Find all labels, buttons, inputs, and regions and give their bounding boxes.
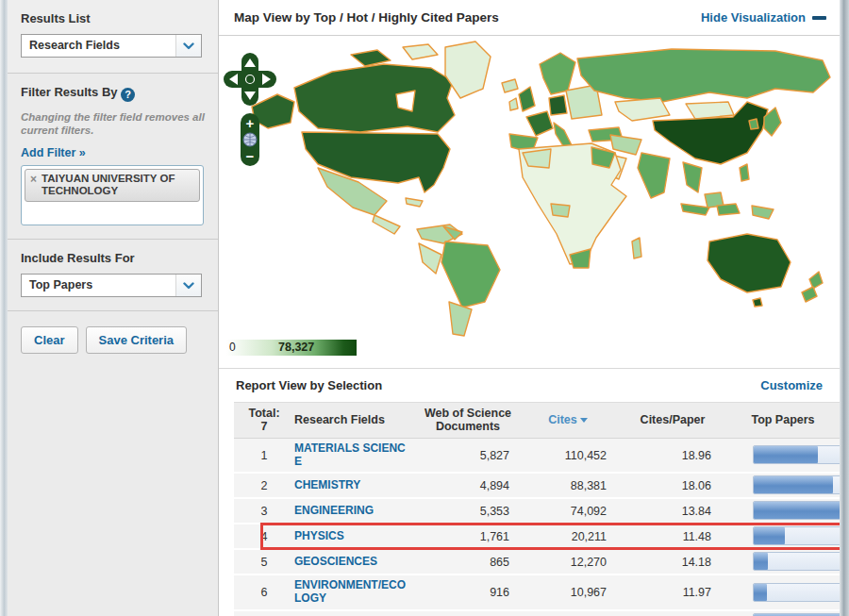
row-cites-paper: 11.48 <box>619 526 726 547</box>
include-results-section: Include Results For Top Papers <box>8 240 218 311</box>
table-header-row: Total: 7 Research Fields Web of Science … <box>234 402 840 439</box>
row-docs: 916 <box>419 582 517 603</box>
remove-filter-icon[interactable]: × <box>30 173 37 186</box>
row-cites-paper: 14.18 <box>619 552 726 573</box>
filter-note: Changing the filter field removes all cu… <box>21 110 205 138</box>
row-rank: 2 <box>234 475 294 496</box>
filter-tag-label: TAIYUAN UNIVERSITY OF TECHNOLOGY <box>42 173 194 197</box>
hide-visualization-link[interactable]: Hide Visualization <box>701 10 826 25</box>
row-cites: 88,381 <box>517 475 619 496</box>
chevron-down-icon <box>175 35 201 57</box>
map-country <box>802 287 817 302</box>
row-docs: 21,899 <box>419 612 517 616</box>
row-docs: 865 <box>419 552 517 573</box>
row-cites: 338,807 <box>517 612 619 616</box>
total-count: 7 <box>234 420 294 433</box>
map-legend: 0 78,327 <box>219 340 840 368</box>
results-list-section: Results List Research Fields <box>8 0 218 74</box>
zoom-in-icon[interactable]: + <box>246 115 255 131</box>
top-papers-bar: 39 <box>753 445 849 464</box>
page: Results List Research Fields Filter Resu… <box>0 0 849 616</box>
map-country <box>717 204 740 215</box>
map-country <box>683 162 702 192</box>
map-zoom-control[interactable]: + − <box>241 113 259 166</box>
table-row: 1 MATERIALS SCIENCE 5,827 110,452 18.96 … <box>234 439 840 474</box>
map-country <box>509 98 518 110</box>
save-criteria-button[interactable]: Save Criteria <box>86 326 188 354</box>
top-papers-bar: 63 <box>753 501 849 520</box>
row-rank: 6 <box>234 582 294 603</box>
table-row: 6 ENVIRONMENT/ECOLOGY 916 10,967 11.97 8 <box>234 575 840 611</box>
active-filters-box: × TAIYUAN UNIVERSITY OF TECHNOLOGY <box>21 165 204 225</box>
table-row: 2 CHEMISTRY 4,894 88,381 18.06 48 <box>234 474 840 499</box>
top-papers-bar-fill <box>754 476 833 493</box>
field-link[interactable]: GEOSCIENCES <box>294 556 377 569</box>
report-title: Report View by Selection <box>236 378 382 392</box>
sort-descending-icon <box>580 418 588 423</box>
map-country <box>302 132 450 192</box>
top-papers-bar-fill <box>754 446 818 463</box>
left-scroll-gutter[interactable] <box>0 0 8 616</box>
map-country <box>406 198 423 207</box>
sidebar: Results List Research Fields Filter Resu… <box>8 0 219 616</box>
field-link[interactable]: PHYSICS <box>294 530 344 543</box>
map-country <box>708 234 791 292</box>
results-list-dropdown[interactable]: Research Fields <box>21 34 202 58</box>
map-country <box>809 272 823 289</box>
minus-icon <box>812 16 826 20</box>
row-cites-paper: 18.96 <box>619 445 726 466</box>
chevron-down-icon <box>175 275 201 296</box>
include-results-dropdown[interactable]: Top Papers <box>21 274 202 297</box>
row-docs: 4,894 <box>419 475 517 496</box>
map-country <box>753 298 762 307</box>
map-pan-control[interactable] <box>224 53 276 106</box>
top-papers-bar: 48 <box>753 475 849 494</box>
map-country <box>502 79 518 92</box>
row-docs: 5,827 <box>419 445 517 466</box>
field-link[interactable]: ENGINEERING <box>294 505 374 518</box>
row-rank: 0 <box>234 612 294 616</box>
row-rank: 5 <box>234 552 294 573</box>
col-cites-paper[interactable]: Cites/Paper <box>619 409 726 430</box>
include-results-dropdown-value: Top Papers <box>22 275 175 296</box>
right-scrollbar[interactable] <box>840 0 849 616</box>
map-country <box>373 215 400 234</box>
col-research-fields: Research Fields <box>294 409 419 430</box>
table-row: 3 ENGINEERING 5,353 74,092 13.84 63 <box>234 499 840 524</box>
filter-tag[interactable]: × TAIYUAN UNIVERSITY OF TECHNOLOGY <box>25 169 200 201</box>
map-country <box>403 44 438 59</box>
top-papers-bar: 8 <box>753 583 849 602</box>
field-link[interactable]: ENVIRONMENT/ECOLOGY <box>294 579 409 606</box>
map-area: + − <box>219 36 840 338</box>
map-country <box>681 204 709 215</box>
include-results-heading: Include Results For <box>21 251 205 265</box>
row-cites: 12,270 <box>517 552 619 573</box>
map-country <box>686 102 734 119</box>
clear-button[interactable]: Clear <box>21 326 78 354</box>
col-wos-documents[interactable]: Web of Science Documents <box>419 403 517 438</box>
table-row: 0 ALL FIELDS 21,899 338,807 15.47 206 <box>234 611 840 616</box>
add-filter-link[interactable]: Add Filter » <box>21 146 86 159</box>
top-papers-bar-fill <box>754 553 768 570</box>
map-country <box>294 64 455 132</box>
results-list-dropdown-value: Research Fields <box>22 35 175 57</box>
col-top-papers[interactable]: Top Papers <box>726 409 840 430</box>
col-cites-sorted[interactable]: Cites <box>517 409 619 430</box>
field-link[interactable]: MATERIALS SCIENCE <box>294 442 409 469</box>
zoom-out-icon[interactable]: − <box>246 148 255 164</box>
map-country <box>577 49 830 102</box>
help-icon[interactable]: ? <box>121 88 135 102</box>
row-cites: 10,967 <box>517 582 619 603</box>
map-country <box>441 241 500 308</box>
report-header: Report View by Selection Customize <box>219 369 840 402</box>
row-cites-paper: 13.84 <box>619 501 726 522</box>
top-papers-bar-fill <box>754 527 785 544</box>
world-map[interactable]: + − <box>219 36 840 338</box>
row-docs: 5,353 <box>419 501 517 522</box>
field-link[interactable]: CHEMISTRY <box>294 479 360 492</box>
map-country <box>632 238 641 258</box>
map-country <box>445 42 491 98</box>
customize-link[interactable]: Customize <box>760 378 823 392</box>
map-country <box>526 111 553 136</box>
legend-gradient-bar: 0 78,327 <box>226 340 357 356</box>
